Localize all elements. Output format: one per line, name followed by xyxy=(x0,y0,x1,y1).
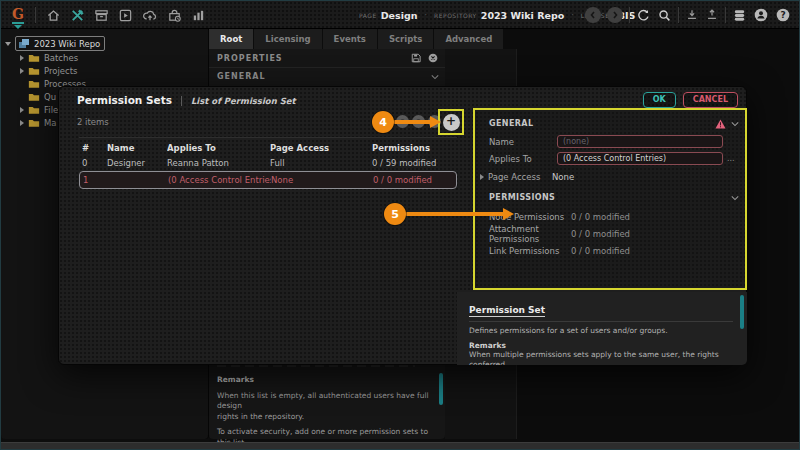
media-box-icon[interactable] xyxy=(118,8,133,23)
refresh-button[interactable] xyxy=(636,8,651,23)
cell-num: 0 xyxy=(82,158,107,168)
caret-right-icon[interactable] xyxy=(20,68,24,74)
detail-permissions-indicators xyxy=(731,195,739,201)
detail-general-header[interactable]: GENERAL xyxy=(489,116,739,131)
help-scrollbar[interactable] xyxy=(740,295,744,329)
attachment-permissions-label: Attachment Permissions xyxy=(489,224,571,244)
archive-icon[interactable] xyxy=(94,8,109,23)
tree-item-label: Qu xyxy=(44,92,56,102)
app-logo[interactable]: G xyxy=(8,4,28,29)
name-input[interactable]: (none) xyxy=(557,135,723,148)
folder-icon xyxy=(28,118,40,128)
forward-button[interactable] xyxy=(607,7,623,23)
save-icon[interactable] xyxy=(410,52,422,64)
svg-text:?: ? xyxy=(780,10,785,20)
account-button[interactable] xyxy=(753,7,769,23)
applies-to-label: Applies To xyxy=(489,154,557,164)
upload-button[interactable] xyxy=(705,8,719,22)
page-label: PAGE xyxy=(359,12,377,19)
cancel-button[interactable]: CANCEL xyxy=(683,92,738,108)
meta-separator: · xyxy=(571,11,574,20)
tools-icon[interactable] xyxy=(70,8,85,23)
tree-item-projects[interactable]: Projects xyxy=(20,64,208,77)
detail-link-permissions-row: Link Permissions 0 / 0 modified xyxy=(489,243,739,258)
tree-item-batches[interactable]: Batches xyxy=(20,51,208,64)
detail-general-indicators xyxy=(715,119,739,129)
ok-button[interactable]: OK xyxy=(643,92,676,108)
caret-down-icon[interactable] xyxy=(5,42,11,46)
col-header-page-access[interactable]: Page Access xyxy=(270,143,372,153)
page-tabs: Root Licensing Events Scripts Advanced xyxy=(209,29,504,49)
expander-icon[interactable] xyxy=(480,174,484,180)
annotation-arrowhead-4 xyxy=(430,116,441,128)
tree-item-label: Batches xyxy=(44,53,78,63)
download-button[interactable] xyxy=(685,8,699,22)
caret-right-icon[interactable] xyxy=(20,107,24,113)
app-window: G PAGE Design · REPOSITORY 2023 Wiki Rep… xyxy=(0,0,800,450)
search-button[interactable] xyxy=(657,8,672,23)
home-icon[interactable] xyxy=(46,8,61,23)
annotation-badge-4: 4 xyxy=(372,111,394,133)
cell-permissions: 0 / 0 modified xyxy=(373,175,456,185)
detail-permissions-label: PERMISSIONS xyxy=(489,193,555,202)
detail-applies-row: Applies To (0 Access Control Entries) ..… xyxy=(489,151,739,166)
page-value: Design xyxy=(381,10,418,21)
col-header-applies-to[interactable]: Applies To xyxy=(167,143,270,153)
help-divider xyxy=(469,321,733,322)
table-row-selected[interactable]: 1 (0 Access Control Entries) None 0 / 0 … xyxy=(79,171,457,189)
folder-icon xyxy=(28,53,40,63)
topbar-actions: ? xyxy=(585,1,791,29)
tab-root[interactable]: Root xyxy=(209,29,253,49)
tab-licensing[interactable]: Licensing xyxy=(254,29,321,49)
divider xyxy=(678,7,679,23)
annotation-arrowhead-5 xyxy=(503,208,514,220)
bag-clock-icon[interactable] xyxy=(167,8,182,23)
back-button[interactable] xyxy=(585,7,601,23)
name-label: Name xyxy=(489,137,557,147)
chevron-down-icon[interactable] xyxy=(431,74,439,80)
detail-general-label: GENERAL xyxy=(489,119,533,128)
help-remarks-label: Remarks xyxy=(217,375,439,386)
detail-permissions-header[interactable]: PERMISSIONS xyxy=(489,190,739,205)
properties-scrollbar[interactable] xyxy=(439,373,443,405)
caret-right-icon[interactable] xyxy=(20,55,24,61)
applies-to-input[interactable]: (0 Access Control Entries) xyxy=(557,152,723,165)
tab-scripts[interactable]: Scripts xyxy=(378,29,433,49)
cell-page-access: None xyxy=(271,175,373,185)
cell-name: Designer xyxy=(107,158,167,168)
close-circle-icon[interactable] xyxy=(427,52,439,64)
help-button[interactable]: ? xyxy=(775,7,791,23)
caret-right-icon[interactable] xyxy=(20,120,24,126)
link-permissions-label: Link Permissions xyxy=(489,246,571,256)
divider xyxy=(629,7,630,23)
help-title: Permission Set xyxy=(469,305,545,317)
table-row[interactable]: 0 Designer Reanna Patton Full 0 / 59 mod… xyxy=(79,155,457,171)
repository-icon xyxy=(18,38,30,49)
cell-page-access: Full xyxy=(270,158,372,168)
chevron-down-icon[interactable] xyxy=(731,195,739,201)
tab-advanced[interactable]: Advanced xyxy=(434,29,503,49)
cloud-upload-icon[interactable] xyxy=(142,8,158,23)
folder-icon xyxy=(28,105,40,115)
add-button-highlight-box: + xyxy=(438,109,464,135)
page-access-label: Page Access xyxy=(488,172,552,182)
col-header-name[interactable]: Name xyxy=(107,143,167,153)
dialog-buttons: OK CANCEL xyxy=(643,92,738,108)
tree-root-node[interactable]: 2023 Wiki Repo xyxy=(5,36,208,51)
detail-node-permissions-row: Node Permissions 0 / 0 modified xyxy=(489,209,739,224)
topbar-icon-group xyxy=(35,1,206,29)
detail-page-access-row: Page Access None xyxy=(480,169,739,184)
properties-general-section[interactable]: GENERAL xyxy=(209,68,445,85)
chevron-down-icon[interactable] xyxy=(731,121,739,127)
bar-chart-icon[interactable] xyxy=(191,8,206,23)
help-remarks-label: Remarks xyxy=(469,341,733,350)
col-header-num[interactable]: # xyxy=(82,143,107,153)
properties-help-text: Remarks When this list is empty, all aut… xyxy=(217,363,439,450)
tab-events[interactable]: Events xyxy=(323,29,377,49)
applies-to-more-button[interactable]: ... xyxy=(727,154,735,163)
permission-sets-dialog: Permission Sets List of Permission Set O… xyxy=(58,86,747,365)
add-permission-set-button[interactable]: + xyxy=(443,114,460,131)
col-header-permissions[interactable]: Permissions xyxy=(372,143,457,153)
database-button[interactable] xyxy=(732,8,747,23)
cell-applies-to: (0 Access Control Entries) xyxy=(168,175,271,185)
